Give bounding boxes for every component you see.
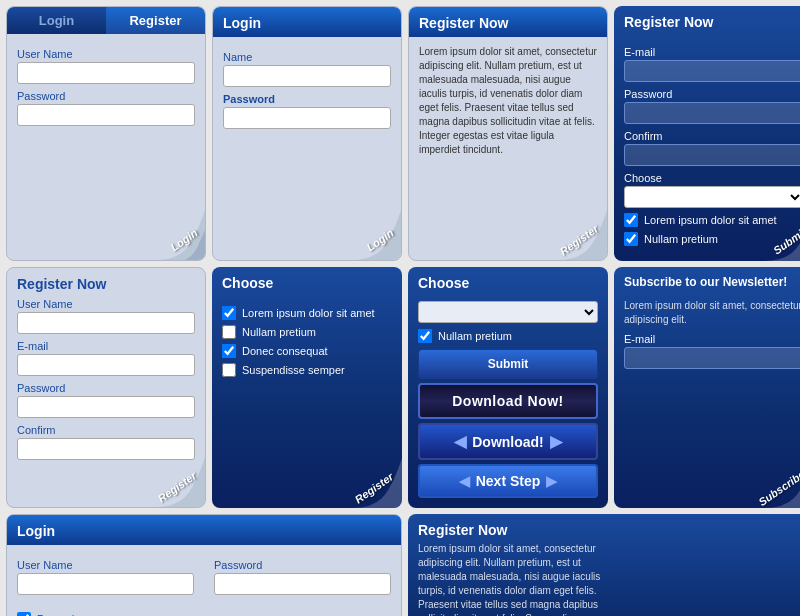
email-label-r2: E-mail — [17, 340, 195, 352]
remember-check1[interactable] — [17, 612, 31, 616]
email-label: E-mail — [624, 46, 800, 58]
choose-check4-label: Suspendisse semper — [242, 364, 345, 376]
newsletter-body: Lorem ipsum dolor sit amet, consectetur … — [614, 295, 800, 409]
register-now-white-title: Register Now — [17, 276, 195, 292]
username-label-r2: User Name — [17, 298, 195, 310]
choose-check2[interactable] — [222, 325, 236, 339]
password-input-r3[interactable] — [214, 573, 391, 595]
register-now-blue-wide-lorem: Lorem ipsum dolor sit amet, consectetur … — [418, 542, 601, 616]
arrow-right-icon-2: ▶ — [546, 473, 557, 489]
choose-blue-body: Lorem ipsum dolor sit amet Nullam pretiu… — [212, 297, 402, 422]
choose-check2-label: Nullam pretium — [242, 326, 316, 338]
choose-select[interactable] — [624, 186, 800, 208]
password-label: Password — [17, 90, 195, 102]
login-wide-title: Login — [17, 523, 391, 539]
register-now-white-body: Register Now User Name E-mail Password C… — [7, 268, 205, 470]
register-now-title: Register Now — [419, 15, 597, 31]
newsletter-header: Subscribe to our Newsletter! — [614, 267, 800, 295]
register-now-blue-wide-left: Register Now Lorem ipsum dolor sit amet,… — [408, 514, 611, 616]
newsletter-card: Subscribe to our Newsletter! Lorem ipsum… — [614, 267, 800, 508]
check2-input[interactable] — [624, 232, 638, 246]
remember-row-1: Remember user name — [17, 612, 391, 616]
next-step-button[interactable]: ◀ Next Step ▶ — [418, 464, 598, 498]
choose-check2-row: Nullam pretium — [222, 325, 392, 339]
newsletter-title: Subscribe to our Newsletter! — [624, 275, 800, 289]
register-now-blue-wide-inner: Register Now Lorem ipsum dolor sit amet,… — [408, 514, 800, 616]
next-step-label: Next Step — [476, 473, 541, 489]
username-label: User Name — [17, 48, 195, 60]
tab-header: Login Register — [7, 7, 205, 34]
register-now-lorem: Lorem ipsum dolor sit amet, consectetur … — [419, 45, 597, 157]
password-label-r3: Password — [214, 559, 391, 571]
choose-check1-row: Lorem ipsum dolor sit amet — [222, 306, 392, 320]
choose-blue-header: Choose — [212, 267, 402, 297]
choose-small-check1[interactable] — [418, 329, 432, 343]
register-now-white-card: Register Now User Name E-mail Password C… — [6, 267, 206, 508]
password-input2[interactable] — [223, 107, 391, 129]
login-wide-right: Password — [204, 545, 401, 603]
password-label-r2: Password — [17, 382, 195, 394]
register-now-blue-wide-right — [611, 514, 800, 616]
password-input-r2[interactable] — [17, 396, 195, 418]
choose-check1-label: Lorem ipsum dolor sit amet — [242, 307, 375, 319]
login-title: Login — [223, 15, 391, 31]
choose-check3-label: Donec consequat — [242, 345, 328, 357]
submit-button[interactable]: Submit — [418, 349, 598, 379]
choose-blue-title: Choose — [222, 275, 392, 291]
login-wide-bottom: Remember user name Remember user name an… — [7, 603, 401, 616]
login-wide-form: User Name Password — [7, 545, 401, 603]
username-input[interactable] — [17, 62, 195, 84]
choose-small-select[interactable] — [418, 301, 598, 323]
choose-label: Choose — [624, 172, 800, 184]
username-label-r3: User Name — [17, 559, 194, 571]
tab-register[interactable]: Register — [106, 7, 205, 34]
register-blue-title: Register Now — [624, 14, 800, 30]
login-form-body: User Name Password — [7, 34, 205, 136]
choose-small-title: Choose — [418, 275, 598, 291]
register-now-header: Register Now — [409, 7, 607, 37]
name-input[interactable] — [223, 65, 391, 87]
choose-small-card: Choose Nullam pretium Submit Download No… — [408, 267, 608, 508]
arrow-left-icon: ◀ — [454, 432, 466, 451]
check2-label: Nullam pretium — [644, 233, 718, 245]
arrow-left-icon-2: ◀ — [459, 473, 470, 489]
confirm-label: Confirm — [624, 130, 800, 142]
name-label: Name — [223, 51, 391, 63]
register-blue-card: Register Now E-mail Password Confirm Cho… — [614, 6, 800, 261]
download-now-button[interactable]: Download Now! — [418, 383, 598, 419]
tab-login[interactable]: Login — [7, 7, 106, 34]
check1-label: Lorem ipsum dolor sit amet — [644, 214, 777, 226]
download-label: Download! — [472, 434, 544, 450]
register-now-card: Register Now Lorem ipsum dolor sit amet,… — [408, 6, 608, 261]
newsletter-email-label: E-mail — [624, 333, 800, 345]
login-name-card: Login Name Password Login — [212, 6, 402, 261]
login-header: Login — [213, 7, 401, 37]
check1-input[interactable] — [624, 213, 638, 227]
choose-small-body: Nullam pretium Submit Download Now! ◀ Do… — [408, 297, 608, 508]
email-input-r2[interactable] — [17, 354, 195, 376]
choose-check4-row: Suspendisse semper — [222, 363, 392, 377]
choose-small-header: Choose — [408, 267, 608, 297]
password-input-blue[interactable] — [624, 102, 800, 124]
password-label-blue: Password — [624, 88, 800, 100]
username-input-r3[interactable] — [17, 573, 194, 595]
confirm-label-r2: Confirm — [17, 424, 195, 436]
login2-form-body: Name Password — [213, 37, 401, 139]
confirm-input[interactable] — [624, 144, 800, 166]
username-input-r2[interactable] — [17, 312, 195, 334]
register-now-body: Lorem ipsum dolor sit amet, consectetur … — [409, 37, 607, 167]
newsletter-lorem: Lorem ipsum dolor sit amet, consectetur … — [624, 299, 800, 327]
choose-small-check1-row: Nullam pretium — [418, 329, 598, 343]
password-input[interactable] — [17, 104, 195, 126]
newsletter-email-input[interactable] — [624, 347, 800, 369]
login-wide-left: User Name — [7, 545, 204, 603]
email-input[interactable] — [624, 60, 800, 82]
download-button[interactable]: ◀ Download! ▶ — [418, 423, 598, 460]
choose-check4[interactable] — [222, 363, 236, 377]
arrow-right-icon: ▶ — [550, 432, 562, 451]
choose-small-check1-label: Nullam pretium — [438, 330, 512, 342]
register-now-blue-wide-title: Register Now — [418, 522, 601, 538]
choose-check3[interactable] — [222, 344, 236, 358]
choose-check1[interactable] — [222, 306, 236, 320]
choose-check3-row: Donec consequat — [222, 344, 392, 358]
